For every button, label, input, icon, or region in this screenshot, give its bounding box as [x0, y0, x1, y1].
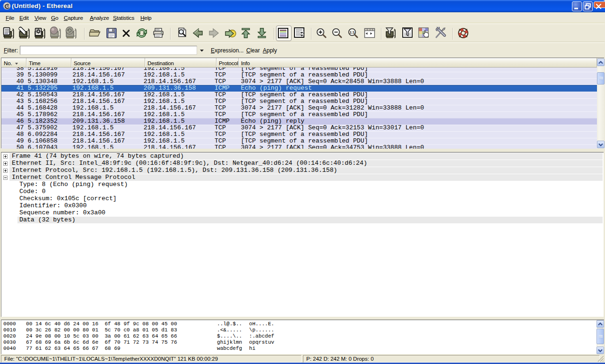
svg-text:1:1: 1:1	[350, 30, 355, 34]
